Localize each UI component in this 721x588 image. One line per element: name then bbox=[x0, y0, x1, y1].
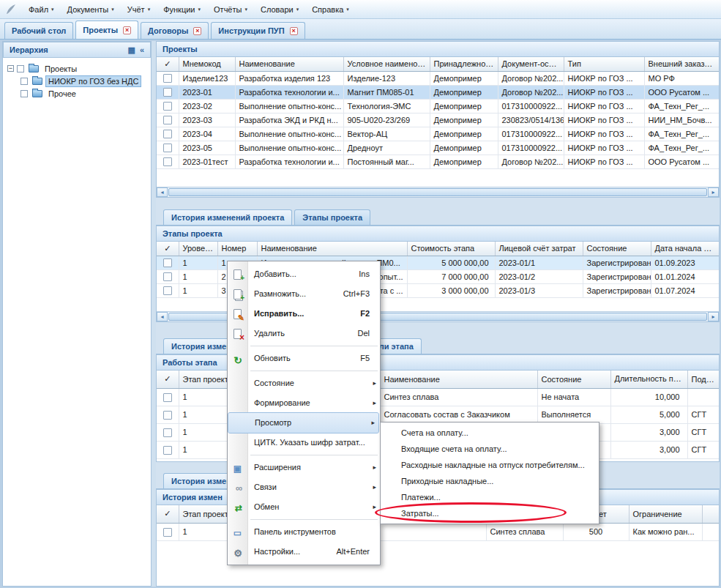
column-header[interactable] bbox=[702, 505, 719, 523]
menu-item[interactable]: Добавить...Ins bbox=[228, 264, 380, 284]
tab-stage_tabs-1[interactable]: Этапы проекта bbox=[294, 209, 370, 225]
row-select-cell[interactable] bbox=[157, 113, 179, 127]
table-row[interactable]: 2023-05Выполнение опытно-конс...Дредноут… bbox=[157, 141, 719, 155]
column-header[interactable]: Стоимость этапа bbox=[407, 242, 495, 256]
row-checkbox[interactable] bbox=[163, 130, 172, 138]
menubar-item[interactable]: Словари▾ bbox=[254, 3, 305, 16]
column-header[interactable]: Документ-основание bbox=[498, 57, 564, 71]
row-select-cell[interactable] bbox=[157, 155, 179, 168]
row-checkbox[interactable] bbox=[163, 88, 172, 97]
column-header[interactable]: Ограничение bbox=[629, 505, 702, 523]
workspace-tab[interactable]: Договоры× bbox=[141, 22, 209, 39]
row-checkbox[interactable] bbox=[163, 102, 172, 111]
column-header[interactable]: Мнемокод bbox=[179, 57, 235, 71]
table-row[interactable]: 2023-04Выполнение опытно-конс...Вектор-А… bbox=[157, 127, 719, 141]
menu-item[interactable]: УдалитьDel bbox=[228, 324, 380, 343]
scrollbar-thumb[interactable] bbox=[168, 188, 707, 196]
row-select-cell[interactable] bbox=[157, 99, 179, 113]
column-header[interactable]: Состояние bbox=[537, 371, 610, 388]
horizontal-scrollbar[interactable]: ◂ ▸ bbox=[157, 187, 719, 197]
column-header[interactable]: Наименование bbox=[380, 371, 537, 388]
menu-item[interactable]: Панель инструментов bbox=[228, 522, 380, 542]
menu-item[interactable]: Платежи... bbox=[381, 489, 599, 505]
scroll-left-button[interactable]: ◂ bbox=[157, 312, 168, 321]
close-icon[interactable]: × bbox=[290, 27, 298, 35]
tab-stage_tabs-0[interactable]: История изменений проекта bbox=[163, 209, 292, 225]
grid-view-icon[interactable]: ▦ bbox=[127, 42, 135, 58]
menubar-item[interactable]: Файл▾ bbox=[22, 3, 61, 16]
column-header[interactable]: Наименование bbox=[235, 57, 343, 71]
row-select-cell[interactable] bbox=[157, 441, 179, 458]
menubar-item[interactable]: Функции▾ bbox=[157, 3, 207, 16]
menubar-item[interactable]: Учёт▾ bbox=[121, 3, 157, 16]
tree-item[interactable]: Прочее bbox=[3, 87, 151, 100]
row-select-cell[interactable] bbox=[157, 85, 179, 99]
column-header[interactable]: Уровень bbox=[179, 242, 217, 256]
row-checkbox[interactable] bbox=[163, 116, 172, 124]
row-checkbox[interactable] bbox=[163, 446, 172, 455]
row-checkbox[interactable] bbox=[163, 157, 172, 166]
column-header[interactable]: Дата начала план bbox=[651, 242, 719, 256]
column-header[interactable]: Наименование bbox=[257, 242, 407, 256]
column-header[interactable]: Принадлежность bbox=[430, 57, 498, 71]
menu-item[interactable]: ОбновитьF5 bbox=[228, 349, 380, 368]
row-select-cell[interactable] bbox=[157, 269, 179, 283]
menu-item[interactable]: Связи▸ bbox=[228, 477, 380, 497]
row-select-cell[interactable] bbox=[157, 523, 179, 540]
menu-item[interactable]: Исправить...F2 bbox=[228, 304, 380, 324]
row-select-cell[interactable] bbox=[157, 71, 179, 85]
tree-checkbox[interactable] bbox=[17, 65, 24, 72]
scroll-right-button[interactable]: ▸ bbox=[708, 312, 719, 321]
menu-item[interactable]: Настройки...Alt+Enter bbox=[228, 542, 380, 562]
menu-item[interactable]: Расходные накладные на отпуск потребител… bbox=[381, 457, 599, 473]
table-row[interactable]: 2023-01Разработка технологии и...Магнит … bbox=[157, 85, 719, 99]
column-header[interactable]: Лицевой счёт затрат bbox=[495, 242, 583, 256]
column-header[interactable]: Подр... bbox=[687, 371, 719, 388]
row-select-cell[interactable] bbox=[157, 256, 179, 269]
menubar-item[interactable]: Справка▾ bbox=[305, 3, 356, 16]
scroll-right-button[interactable]: ▸ bbox=[708, 187, 719, 197]
expand-icon[interactable]: − bbox=[7, 65, 14, 72]
column-header[interactable]: Тип bbox=[564, 57, 644, 71]
row-select-cell[interactable] bbox=[157, 141, 179, 155]
workspace-tab[interactable]: Инструкции ПУП× bbox=[211, 22, 305, 39]
row-checkbox[interactable] bbox=[163, 528, 172, 537]
menu-item[interactable]: Обмен▸ bbox=[228, 497, 380, 517]
row-select-cell[interactable] bbox=[157, 423, 179, 441]
row-select-cell[interactable] bbox=[157, 283, 179, 297]
menu-item[interactable]: Размножить...Ctrl+F3 bbox=[228, 284, 380, 304]
menu-item[interactable]: Приходные накладные... bbox=[381, 473, 599, 489]
menu-item[interactable]: Расширения▸ bbox=[228, 458, 380, 477]
table-row[interactable]: 2023-01тестРазработка технологии и...Пос… bbox=[157, 155, 719, 168]
column-header[interactable]: Длительность план ▾ bbox=[610, 371, 687, 388]
table-row[interactable]: Изделие123Разработка изделия 123Изделие-… bbox=[157, 71, 719, 85]
row-checkbox[interactable] bbox=[163, 428, 172, 437]
menubar-item[interactable]: Отчёты▾ bbox=[207, 3, 254, 16]
row-checkbox[interactable] bbox=[163, 286, 172, 295]
select-all-header[interactable]: ✓ bbox=[157, 242, 179, 256]
menu-item[interactable]: Счета на оплату... bbox=[381, 425, 599, 441]
menubar-item[interactable]: Документы▾ bbox=[61, 3, 121, 16]
row-checkbox[interactable] bbox=[163, 144, 172, 152]
column-header[interactable]: Условное наименование bbox=[343, 57, 430, 71]
table-row[interactable]: 2023-03Разработка ЭКД и РКД н...905-U020… bbox=[157, 113, 719, 127]
tree-checkbox[interactable] bbox=[20, 78, 28, 85]
row-checkbox[interactable] bbox=[163, 258, 172, 267]
tree-item[interactable]: НИОКР по ГОЗ без НДС bbox=[3, 75, 151, 87]
menu-item[interactable]: Затраты... bbox=[381, 505, 599, 521]
tree-checkbox[interactable] bbox=[20, 90, 28, 97]
column-header[interactable]: Состояние bbox=[583, 242, 651, 256]
row-checkbox[interactable] bbox=[163, 411, 172, 420]
column-header[interactable]: Номер bbox=[217, 242, 257, 256]
menu-item[interactable]: ЦИТК. Указать шифр затрат... bbox=[228, 433, 380, 453]
menu-item[interactable]: Просмотр▸ bbox=[228, 413, 378, 433]
row-checkbox[interactable] bbox=[163, 74, 172, 83]
column-header[interactable]: Внешний заказчик bbox=[644, 57, 719, 71]
row-select-cell[interactable] bbox=[157, 388, 179, 406]
collapse-panel-icon[interactable]: « bbox=[140, 42, 144, 58]
menu-item[interactable]: Входящие счета на оплату... bbox=[381, 441, 599, 457]
close-icon[interactable]: × bbox=[123, 26, 131, 34]
row-select-cell[interactable] bbox=[157, 127, 179, 141]
scroll-left-button[interactable]: ◂ bbox=[157, 187, 168, 197]
select-all-header[interactable]: ✓ bbox=[157, 371, 179, 388]
